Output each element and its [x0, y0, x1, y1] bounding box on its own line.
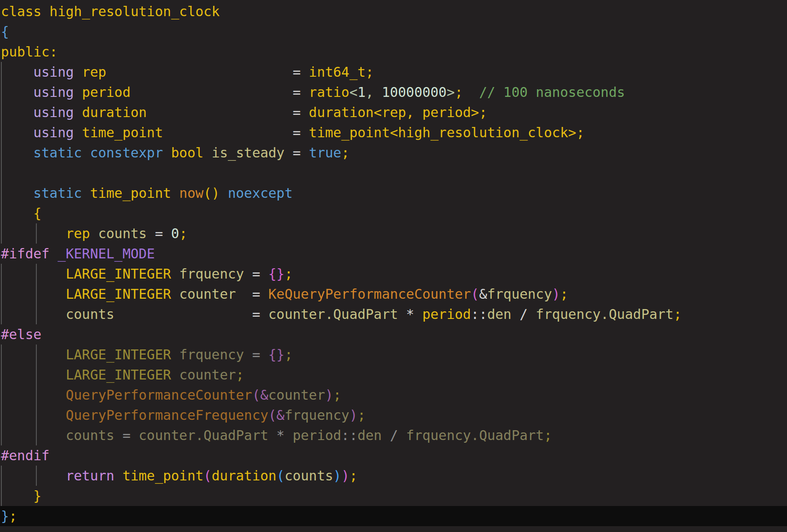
code-token — [171, 367, 179, 383]
code-line: using duration = duration<rep, period>; — [0, 102, 787, 122]
code-line: #else — [0, 324, 787, 344]
code-token: ; — [341, 145, 350, 161]
code-token: = — [114, 427, 139, 443]
code-token — [1, 205, 33, 221]
code-line: LARGE_INTEGER counter; — [0, 365, 787, 385]
code-token — [106, 64, 293, 80]
code-token: frquency.QuadPart — [536, 306, 673, 322]
code-token: ; — [236, 367, 244, 383]
code-token — [131, 84, 293, 100]
code-token — [301, 105, 309, 120]
code-token — [114, 306, 252, 322]
code-token: :: — [341, 427, 358, 443]
code-token: ) — [341, 468, 350, 484]
code-token: ; — [455, 84, 463, 100]
code-line: } — [0, 486, 787, 506]
code-editor[interactable]: class high_resolution_clock{public: usin… — [0, 0, 787, 532]
code-token: & — [479, 286, 487, 302]
code-token: time_point — [122, 468, 204, 484]
code-token: ) — [350, 407, 358, 423]
code-token: = — [252, 347, 260, 362]
code-line: { — [0, 203, 787, 223]
code-token: constexpr — [90, 145, 163, 161]
code-line: static constexpr bool is_steady = true; — [0, 143, 787, 163]
code-token: ( — [268, 407, 276, 423]
code-token: using — [33, 64, 74, 80]
code-line: class high_resolution_clock — [0, 1, 787, 22]
code-token: { — [1, 24, 9, 39]
code-token: LARGE_INTEGER — [66, 266, 171, 282]
code-token: 10000000 — [382, 84, 447, 100]
code-token: counts — [284, 468, 333, 484]
code-token: {} — [268, 347, 284, 362]
code-token: ; — [673, 306, 682, 322]
code-token: / — [512, 306, 536, 322]
code-line: LARGE_INTEGER counter = KeQueryPerforman… — [0, 284, 787, 304]
code-token: ; — [333, 387, 341, 403]
code-token: static — [33, 185, 82, 201]
code-token: } — [1, 508, 9, 524]
code-line: LARGE_INTEGER frquency = {}; — [0, 264, 787, 284]
code-token: { — [33, 205, 41, 221]
code-token — [1, 105, 33, 120]
code-line — [0, 163, 787, 183]
code-token: class high_resolution_clock — [1, 4, 220, 19]
code-token — [1, 145, 33, 161]
code-line-current: }; — [0, 506, 787, 526]
code-token: using — [33, 105, 74, 120]
code-token — [1, 226, 66, 241]
code-token: counter — [179, 367, 236, 383]
code-token: #ifdef — [1, 246, 49, 262]
code-token: using — [33, 84, 74, 100]
code-token — [147, 105, 293, 120]
code-token: = — [293, 145, 301, 161]
code-token: frquency — [179, 266, 244, 282]
code-token: {} — [268, 266, 284, 282]
code-token: = — [252, 306, 260, 322]
code-token — [260, 286, 268, 302]
code-token: #else — [1, 327, 41, 342]
code-token — [1, 347, 66, 362]
code-token: frquency — [284, 407, 350, 423]
code-line: using rep = int64_t; — [0, 62, 787, 82]
code-line: #endif — [0, 445, 787, 466]
code-token: frquency — [179, 347, 244, 362]
code-token — [1, 266, 66, 282]
code-token: counts — [66, 427, 114, 443]
code-lines: class high_resolution_clock{public: usin… — [0, 1, 787, 526]
code-token: = — [293, 64, 301, 80]
code-token: = — [252, 286, 260, 302]
code-token — [260, 347, 268, 362]
code-line: using period = ratio<1, 10000000>; // 10… — [0, 82, 787, 102]
code-token: now — [179, 185, 203, 201]
code-token: den — [358, 427, 382, 443]
code-token: QueryPerformanceFrequency — [66, 407, 269, 423]
code-token — [74, 105, 82, 120]
code-token: public: — [1, 44, 57, 60]
code-token: counter — [268, 387, 325, 403]
code-token — [147, 226, 155, 241]
code-token: counts — [66, 306, 114, 322]
code-token: 0 — [171, 226, 179, 241]
code-token — [1, 286, 66, 302]
code-token — [301, 125, 309, 140]
code-token: , — [366, 84, 374, 100]
code-token — [74, 125, 82, 140]
code-token: & — [276, 407, 284, 423]
code-token: () — [204, 185, 220, 201]
code-token: _KERNEL_MODE — [57, 246, 155, 262]
code-token — [171, 266, 179, 282]
code-token — [1, 367, 66, 383]
code-token: frquency.QuadPart — [406, 427, 544, 443]
code-token: frquency — [487, 286, 552, 302]
code-token: duration — [82, 105, 147, 120]
code-token — [236, 286, 252, 302]
code-line: LARGE_INTEGER frquency = {}; — [0, 344, 787, 365]
code-token — [1, 387, 66, 403]
code-token: counts — [98, 226, 147, 241]
code-token: ; — [560, 286, 568, 302]
code-token: ratio — [309, 84, 349, 100]
code-token — [1, 488, 33, 504]
code-token: = — [293, 125, 301, 140]
code-token — [171, 286, 179, 302]
